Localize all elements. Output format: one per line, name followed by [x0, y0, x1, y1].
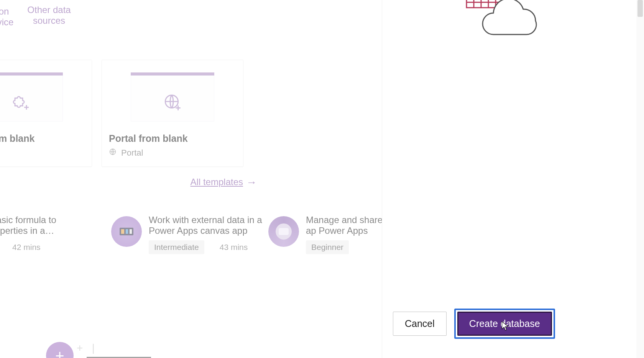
svg-rect-7	[121, 229, 124, 234]
puzzle-plus-icon	[0, 93, 92, 113]
data-source-tile[interactable]: on rvice	[0, 0, 27, 27]
all-templates-link[interactable]: All templates→	[0, 176, 257, 189]
create-database-panel: Cancel Create database	[382, 0, 644, 358]
svg-rect-8	[126, 229, 128, 234]
new-app-fab[interactable]: +	[46, 342, 74, 358]
card-title: Portal from blank	[109, 133, 236, 144]
learning-badge-icon	[111, 216, 142, 247]
create-database-button[interactable]: Create database	[457, 312, 552, 336]
arrow-right-icon: →	[246, 176, 257, 188]
card-subtitle: Portal	[109, 148, 236, 158]
learning-badge-icon	[268, 216, 299, 247]
template-card-app-blank[interactable]: n app from blank ▦ en app	[0, 60, 92, 167]
data-source-tile-other[interactable]: Other data sources	[26, 0, 72, 26]
plus-icon: + |	[77, 342, 95, 354]
learning-item[interactable]: Author a basic formula to change propert…	[0, 215, 88, 261]
tile-label: on rvice	[0, 6, 27, 27]
globe-plus-icon	[102, 93, 243, 113]
tile-label: Other data sources	[26, 5, 72, 26]
create-database-focus-ring: Create database	[454, 309, 555, 339]
learning-item[interactable]: Work with external data in a Power Apps …	[111, 215, 268, 261]
card-preview	[102, 60, 243, 125]
level-pill: Intermediate	[149, 240, 204, 254]
card-subtitle: ▦ en app	[0, 148, 85, 158]
learning-title: Manage and share ap Power Apps	[306, 215, 383, 236]
learning-item[interactable]: Manage and share ap Power Apps Beginner	[268, 215, 383, 261]
duration: 43 mins	[220, 243, 248, 252]
level-pill: Beginner	[306, 240, 349, 254]
globe-icon	[109, 148, 117, 158]
panel-illustration	[428, 0, 562, 57]
learning-title: Work with external data in a Power Apps …	[149, 215, 268, 236]
duration: 42 mins	[12, 243, 41, 252]
card-preview	[0, 60, 92, 125]
learning-title: Author a basic formula to change propert…	[0, 215, 88, 236]
svg-rect-9	[130, 229, 132, 234]
scrollbar-thumb[interactable]	[637, 0, 643, 17]
template-card-portal-blank[interactable]: Portal from blank Portal	[102, 60, 243, 167]
cancel-button[interactable]: Cancel	[393, 312, 447, 336]
card-title: n app from blank	[0, 133, 85, 144]
